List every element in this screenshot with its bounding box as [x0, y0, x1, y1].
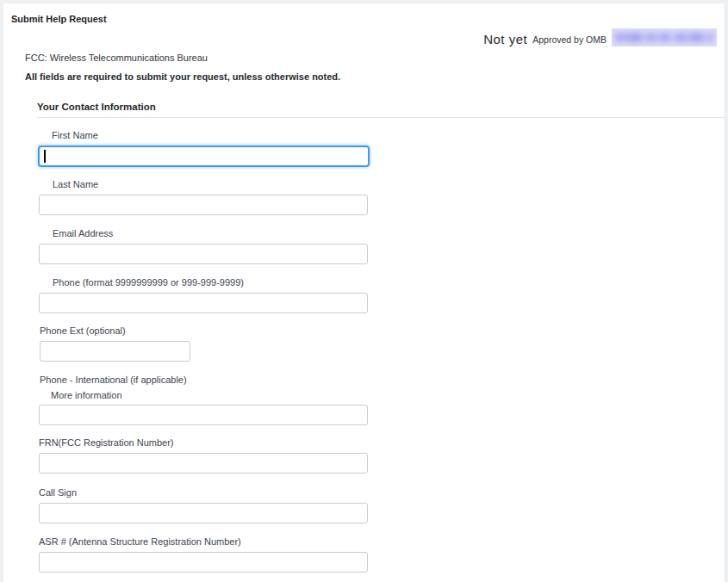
phone-input[interactable] [39, 293, 368, 313]
bureau-name: FCC: Wireless Telecommunications Bureau [25, 53, 208, 63]
omb-approved-label: Approved by OMB [532, 34, 607, 45]
omb-not-yet-stamp: Not yet [483, 32, 527, 46]
phone-ext-label: Phone Ext (optional) [40, 325, 190, 337]
asr-label: ASR # (Antenna Structure Registration Nu… [39, 536, 368, 548]
frn-label: FRN(FCC Registration Number) [39, 437, 368, 449]
email-label: Email Address [53, 228, 368, 239]
email-input[interactable] [39, 244, 368, 264]
first-name-label: First Name [52, 130, 370, 141]
omb-control-number-redacted [612, 28, 717, 46]
first-name-input[interactable] [38, 146, 370, 167]
phone-ext-input[interactable] [40, 341, 190, 362]
first-name-field: First Name [38, 130, 370, 167]
last-name-input[interactable] [39, 195, 368, 215]
text-caret [44, 150, 46, 163]
frn-input[interactable] [39, 453, 368, 474]
form-panel: Submit Help Request Not yet Approved by … [3, 3, 725, 582]
page-title: Submit Help Request [11, 14, 107, 24]
last-name-label: Last Name [53, 179, 368, 190]
call-sign-label: Call Sign [39, 487, 368, 498]
last-name-field: Last Name [39, 179, 368, 215]
phone-international-label: Phone - International (if applicable) [40, 375, 368, 386]
call-sign-input[interactable] [39, 503, 368, 523]
email-field: Email Address [39, 228, 368, 264]
required-fields-note: All fields are required to submit your r… [25, 71, 340, 82]
phone-field: Phone (format 9999999999 or 999-999-9999… [39, 277, 368, 313]
redaction-blur [615, 33, 713, 42]
phone-international-input[interactable] [39, 405, 368, 425]
frn-field: FRN(FCC Registration Number) [39, 437, 368, 474]
phone-ext-field: Phone Ext (optional) [40, 325, 190, 362]
contact-information-heading: Your Contact Information [37, 102, 156, 112]
phone-international-more-info-label: More information [51, 390, 368, 401]
asr-field: ASR # (Antenna Structure Registration Nu… [39, 536, 368, 573]
omb-approval-notice: Not yet Approved by OMB [483, 28, 717, 46]
call-sign-field: Call Sign [39, 487, 368, 523]
phone-label: Phone (format 9999999999 or 999-999-9999… [53, 277, 368, 288]
asr-input[interactable] [39, 552, 368, 573]
phone-international-field: Phone - International (if applicable) Mo… [39, 375, 368, 425]
section-divider [37, 117, 725, 118]
